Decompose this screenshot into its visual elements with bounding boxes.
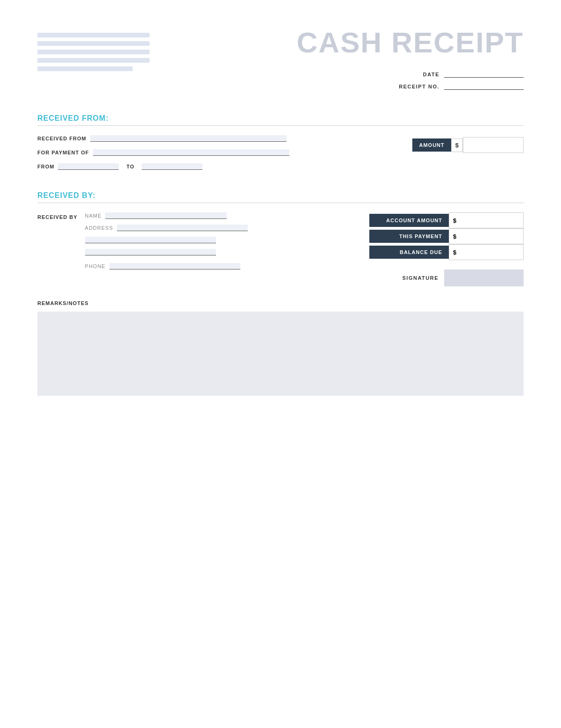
- amount-value-input[interactable]: [463, 137, 524, 153]
- from-to-row: FROM TO: [37, 163, 412, 170]
- balance-due-dollar: $: [449, 249, 460, 256]
- for-payment-of-row: FOR PAYMENT OF: [37, 149, 412, 156]
- remarks-box[interactable]: [37, 312, 524, 396]
- date-underline[interactable]: [444, 71, 524, 78]
- logo-line: [37, 41, 150, 46]
- page: CASH RECEIPT DATE RECEIPT NO. RECEIVED F…: [0, 0, 561, 728]
- this-payment-dollar: $: [449, 233, 460, 240]
- receipt-no-underline[interactable]: [444, 83, 524, 90]
- phone-row: PHONE: [85, 263, 248, 269]
- balance-due-row: BALANCE DUE $: [369, 244, 524, 260]
- cash-receipt-title: CASH RECEIPT: [296, 28, 524, 57]
- amount-box: AMOUNT $: [412, 137, 524, 153]
- receipt-no-label: RECEIPT NO.: [399, 84, 439, 89]
- address-extra-lines: [85, 237, 248, 255]
- balance-due-value[interactable]: $: [449, 244, 524, 260]
- received-by-heading: RECEIVED BY:: [37, 191, 524, 203]
- received-by-fields: NAME ADDRESS PHONE: [85, 212, 248, 269]
- this-payment-label: THIS PAYMENT: [369, 230, 449, 243]
- signature-label: SIGNATURE: [403, 275, 439, 281]
- address-line3-input[interactable]: [85, 249, 216, 255]
- for-payment-of-input[interactable]: [93, 149, 289, 156]
- received-by-right: ACCOUNT AMOUNT $ THIS PAYMENT $ BALANCE …: [369, 212, 524, 286]
- account-amount-dollar: $: [449, 217, 460, 224]
- name-row: NAME: [85, 212, 248, 219]
- received-from-label: RECEIVED FROM: [37, 136, 86, 141]
- logo-line: [37, 33, 150, 37]
- address-line2-input[interactable]: [85, 237, 216, 243]
- from-label: FROM: [37, 164, 54, 169]
- account-amount-value[interactable]: $: [449, 212, 524, 228]
- logo-line: [37, 66, 133, 71]
- signature-row: SIGNATURE: [369, 269, 524, 286]
- account-amount-label: ACCOUNT AMOUNT: [369, 214, 449, 227]
- received-from-field-row: RECEIVED FROM: [37, 135, 412, 142]
- from-input[interactable]: [58, 163, 119, 170]
- header: CASH RECEIPT DATE RECEIPT NO.: [37, 28, 524, 95]
- balance-due-label: BALANCE DUE: [369, 246, 449, 259]
- receipt-no-row: RECEIPT NO.: [296, 83, 524, 90]
- this-payment-value[interactable]: $: [449, 228, 524, 244]
- remarks-section: REMARKS/NOTES: [37, 300, 524, 396]
- amount-label: AMOUNT: [412, 138, 451, 152]
- remarks-label: REMARKS/NOTES: [37, 300, 524, 306]
- logo-line: [37, 50, 150, 54]
- date-label: DATE: [423, 72, 439, 77]
- for-payment-of-label: FOR PAYMENT OF: [37, 150, 89, 155]
- received-from-input[interactable]: [90, 135, 287, 142]
- address-input[interactable]: [117, 225, 248, 231]
- account-amount-row: ACCOUNT AMOUNT $: [369, 212, 524, 228]
- name-input[interactable]: [105, 212, 227, 219]
- phone-input[interactable]: [109, 263, 240, 269]
- received-from-left: RECEIVED FROM FOR PAYMENT OF FROM TO: [37, 135, 412, 177]
- address-label: ADDRESS: [85, 225, 113, 231]
- received-by-left: RECEIVED BY NAME ADDRESS P: [37, 212, 248, 269]
- received-from-section: RECEIVED FROM: RECEIVED FROM FOR PAYMENT…: [37, 114, 524, 177]
- received-by-body: RECEIVED BY NAME ADDRESS P: [37, 212, 524, 286]
- phone-label: PHONE: [85, 263, 106, 269]
- received-from-body: RECEIVED FROM FOR PAYMENT OF FROM TO AMO…: [37, 135, 524, 177]
- signature-box[interactable]: [444, 269, 524, 286]
- received-from-heading: RECEIVED FROM:: [37, 114, 524, 126]
- header-right: CASH RECEIPT DATE RECEIPT NO.: [296, 28, 524, 95]
- date-row: DATE: [296, 71, 524, 78]
- amount-dollar-sign: $: [451, 138, 463, 152]
- this-payment-row: THIS PAYMENT $: [369, 228, 524, 244]
- logo-lines: [37, 33, 150, 71]
- to-label: TO: [126, 164, 134, 169]
- name-label: NAME: [85, 213, 102, 218]
- address-row: ADDRESS: [85, 225, 248, 231]
- to-input[interactable]: [142, 163, 202, 170]
- received-by-label: RECEIVED BY: [37, 214, 78, 220]
- received-by-section: RECEIVED BY: RECEIVED BY NAME ADDRESS: [37, 191, 524, 286]
- logo-line: [37, 58, 150, 63]
